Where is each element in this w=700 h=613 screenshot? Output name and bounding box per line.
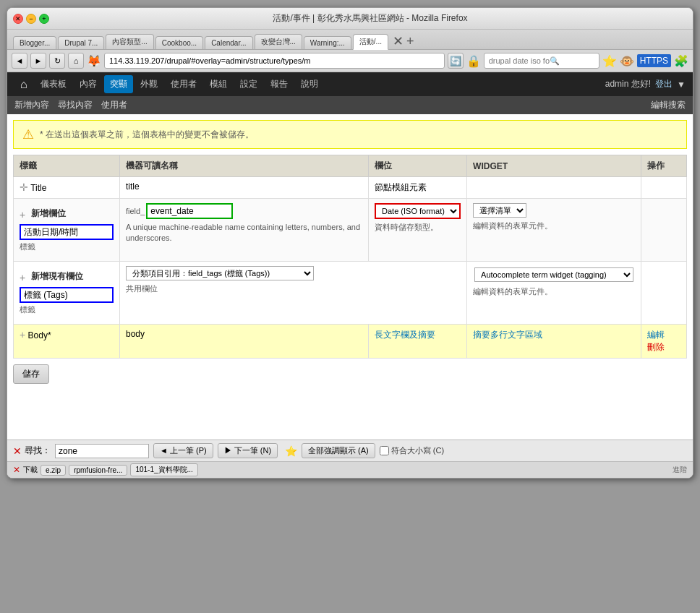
tab-blogger[interactable]: Blogger... [13, 36, 56, 49]
logout-link[interactable]: 登出 [655, 78, 673, 90]
title-ops [641, 177, 687, 199]
close-window-button[interactable]: ✕ [13, 14, 23, 24]
maximize-window-button[interactable]: + [39, 14, 49, 24]
existing-sublabel: 標籤 [20, 304, 114, 315]
drupal-admin-area: admin 您好! 登出 ▼ [605, 78, 686, 90]
match-case-label: 符合大小寫 (C) [391, 445, 444, 456]
existing-select-cell: 分類項目引用：field_tags (標籤 (Tags)) 共用欄位 [120, 262, 467, 325]
existing-label-input[interactable] [20, 287, 114, 303]
body-widget-link[interactable]: 摘要多行文字區域 [473, 330, 542, 340]
warning-banner: ⚠ * 在送出這個表單之前，這個表格中的變更不會被儲存。 [13, 120, 687, 149]
new-tab-button[interactable]: ✕ [393, 33, 404, 49]
body-delete-link[interactable]: 刪除 [647, 342, 665, 352]
nav-reports[interactable]: 報告 [265, 75, 294, 93]
highlight-all-button[interactable]: 全部強調顯示 (A) [302, 443, 375, 458]
field-type-select[interactable]: Date (ISO format) [375, 203, 461, 219]
existing-widget-help: 編輯資料的表單元件。 [473, 286, 635, 297]
table-row-title: ✛ Title title 節點模組元素 [14, 177, 687, 199]
add-tab-button[interactable]: + [406, 34, 414, 49]
download-item-zip[interactable]: e.zip [40, 465, 66, 476]
nav-help[interactable]: 說明 [295, 75, 324, 93]
new-field-machine-name-cell: field_ A unique machine-readable name co… [120, 199, 369, 262]
col-machine-name: 機器可讀名稱 [120, 155, 369, 177]
save-button[interactable]: 儲存 [13, 364, 49, 384]
nav-users[interactable]: 使用者 [165, 75, 202, 93]
drupal-home-icon[interactable]: ⌂ [14, 77, 33, 93]
match-case-checkbox[interactable] [380, 446, 389, 455]
title-label-cell: ✛ Title [14, 177, 120, 199]
subnav-users[interactable]: 使用者 [101, 99, 127, 111]
download-item-rpm[interactable]: rpmfusion-fre... [69, 465, 127, 476]
close-download-bar[interactable]: 進階 [673, 465, 687, 475]
monkey-icon: 🐵 [620, 54, 634, 68]
machine-name-input[interactable] [146, 203, 233, 219]
new-field-label-input[interactable] [20, 224, 114, 240]
drag-handle-new[interactable]: + [20, 209, 25, 220]
col-ops: 操作 [641, 155, 687, 177]
tab-drupal[interactable]: Drupal 7... [58, 36, 104, 49]
nav-content[interactable]: 內容 [74, 75, 103, 93]
subnav-new-content[interactable]: 新增內容 [14, 99, 49, 111]
nav-appearance[interactable]: 外觀 [135, 75, 163, 93]
bookmark-icon[interactable]: ⭐ [602, 54, 617, 68]
tab-taiwan[interactable]: 改變台灣... [255, 34, 302, 49]
nav-modules[interactable]: 模組 [204, 75, 233, 93]
existing-label-cell: + 新增現有欄位 標籤 [14, 262, 120, 325]
field-prefix: field_ [126, 207, 145, 215]
browser-titlebar: ✕ − + 活動/事件 | 彰化秀水馬興社區網站 - Mozilla Firef… [7, 8, 693, 30]
home-button[interactable]: ⌂ [68, 53, 84, 69]
search-input[interactable] [484, 53, 599, 69]
tab-warning[interactable]: Warning:... [304, 36, 351, 49]
drag-handle-title[interactable]: ✛ [20, 181, 28, 193]
reload-button[interactable]: ↻ [49, 53, 65, 69]
body-widget: 摘要多行文字區域 [467, 325, 641, 359]
tab-calendar[interactable]: Calendar... [205, 36, 252, 49]
subnav-search: 編輯搜索 [651, 99, 686, 111]
minimize-window-button[interactable]: − [26, 14, 36, 24]
drupal-menu-arrow[interactable]: ▼ [677, 80, 686, 90]
find-bar: ✕ 尋找： ◄ 上一筆 (P) ▶ 下一筆 (N) ⭐ 全部強調顯示 (A) 符… [7, 440, 693, 461]
page-content: ⚠ * 在送出這個表單之前，這個表格中的變更不會被儲存。 標籤 機器可讀名稱 欄… [7, 114, 693, 440]
tab-active[interactable]: 活動/... [353, 34, 388, 50]
address-bar: ◄ ► ↻ ⌂ 🦊 🔄 🔒 ⭐ 🐵 HTTPS 🧩 [7, 50, 693, 72]
tab-content-type[interactable]: 內容類型... [106, 34, 153, 49]
title-machine-name: title [120, 177, 369, 199]
address-input[interactable] [104, 53, 445, 69]
autocomplete-widget-text: Autocomplete term widget (tagging) [473, 266, 635, 283]
widget-select[interactable]: 選擇清單 [473, 203, 526, 218]
table-row-new-field: + 新增欄位 標籤 field_ A unique machine-read [14, 199, 687, 262]
stop-download-icon[interactable]: ✕ [13, 465, 20, 475]
tab-bar: Blogger... Drupal 7... 內容類型... Cookboo..… [7, 30, 693, 50]
refresh-icon[interactable]: 🔄 [448, 53, 464, 69]
existing-field-select[interactable]: 分類項目引用：field_tags (標籤 (Tags)) [126, 266, 314, 280]
title-field: 節點模組元素 [369, 177, 467, 199]
drag-handle-existing[interactable]: + [20, 272, 25, 283]
nav-dashboard[interactable]: 儀表板 [35, 75, 72, 93]
close-find-icon[interactable]: ✕ [13, 445, 22, 457]
nav-settings[interactable]: 設定 [234, 75, 263, 93]
nav-highlight[interactable]: 突顯 [104, 75, 133, 93]
back-button[interactable]: ◄ [12, 53, 27, 69]
autocomplete-widget-select[interactable]: Autocomplete term widget (tagging) [474, 267, 633, 282]
extension-icon: 🧩 [674, 54, 688, 68]
drupal-navbar: ⌂ 儀表板 內容 突顯 外觀 使用者 模組 設定 報告 說明 admin 您好!… [7, 72, 693, 96]
find-prev-button[interactable]: ◄ 上一筆 (P) [153, 443, 213, 458]
forward-button[interactable]: ► [30, 53, 46, 69]
drag-handle-body[interactable]: + [20, 329, 25, 340]
existing-ops-cell [641, 262, 687, 325]
star-highlight-icon: ⭐ [285, 445, 297, 457]
col-widget: WIDGET [467, 155, 641, 177]
tab-cookbook[interactable]: Cookboo... [155, 36, 203, 49]
match-case-option[interactable]: 符合大小寫 (C) [380, 445, 444, 456]
download-item-101[interactable]: 101-1_資料學院... [130, 463, 197, 476]
body-edit-link[interactable]: 編輯 [647, 330, 665, 340]
subnav-find-content[interactable]: 尋找內容 [58, 99, 93, 111]
body-ops-cell: 編輯 刪除 [641, 325, 687, 359]
warning-icon: ⚠ [22, 127, 34, 142]
https-badge: HTTPS [637, 54, 671, 67]
col-label: 標籤 [14, 155, 120, 177]
body-field-link[interactable]: 長文字欄及摘要 [375, 330, 435, 340]
find-label: ✕ 尋找： [13, 445, 51, 457]
find-next-button[interactable]: ▶ 下一筆 (N) [218, 443, 278, 458]
find-input[interactable] [55, 444, 149, 458]
